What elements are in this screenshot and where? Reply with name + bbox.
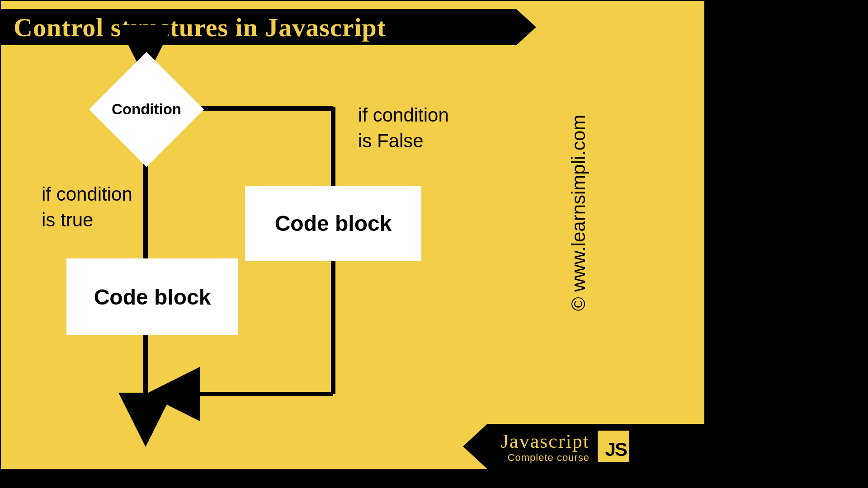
true-branch-label: if conditionis true: [42, 182, 132, 233]
copyright-text: © www.learnsimpli.com: [568, 115, 590, 311]
title-banner: Control structures in Javascript: [1, 9, 516, 45]
banner-arrow-icon: [516, 9, 536, 45]
js-logo-text: JS: [605, 439, 627, 460]
process-node-true: Code block: [66, 258, 238, 335]
decision-node: Condition: [89, 52, 204, 167]
footer-subtitle: Complete course: [508, 452, 590, 464]
footer-arrow-icon: [463, 424, 487, 469]
footer-banner: Javascript Complete course JS: [487, 424, 704, 469]
false-branch-label: if conditionis False: [358, 103, 449, 154]
process-false-label: Code block: [275, 211, 392, 236]
footer-title: Javascript: [501, 430, 590, 453]
js-logo-icon: JS: [598, 431, 629, 462]
process-true-label: Code block: [94, 285, 211, 310]
diagram-canvas: Control structures in Javascript Conditi…: [0, 0, 705, 470]
decision-label: Condition: [106, 69, 187, 150]
page-title: Control structures in Javascript: [14, 12, 386, 42]
process-node-false: Code block: [245, 186, 421, 261]
